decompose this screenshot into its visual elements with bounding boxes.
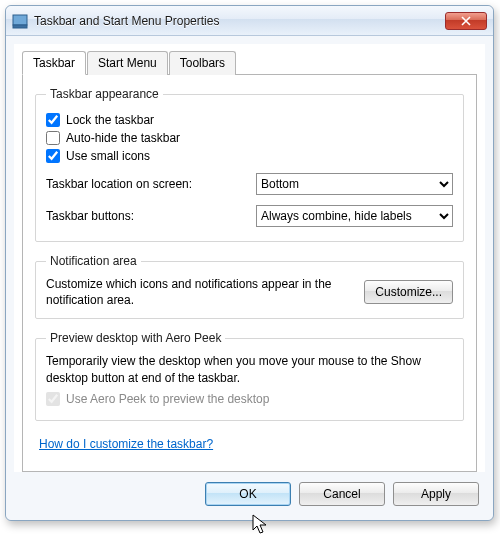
close-icon bbox=[461, 16, 471, 26]
row-taskbar-buttons: Taskbar buttons: Always combine, hide la… bbox=[46, 205, 453, 227]
legend-appearance: Taskbar appearance bbox=[46, 87, 163, 101]
titlebar[interactable]: Taskbar and Start Menu Properties bbox=[6, 6, 493, 36]
legend-aero: Preview desktop with Aero Peek bbox=[46, 331, 225, 345]
tab-toolbars[interactable]: Toolbars bbox=[169, 51, 236, 75]
row-lock-taskbar[interactable]: Lock the taskbar bbox=[46, 113, 453, 127]
label-lock-taskbar: Lock the taskbar bbox=[66, 113, 154, 127]
label-autohide-taskbar: Auto-hide the taskbar bbox=[66, 131, 180, 145]
select-taskbar-buttons[interactable]: Always combine, hide labels bbox=[256, 205, 453, 227]
dialog-window: Taskbar and Start Menu Properties Taskba… bbox=[5, 5, 494, 521]
checkbox-lock-taskbar[interactable] bbox=[46, 113, 60, 127]
tab-strip: Taskbar Start Menu Toolbars bbox=[22, 50, 477, 75]
ok-button[interactable]: OK bbox=[205, 482, 291, 506]
row-small-icons[interactable]: Use small icons bbox=[46, 149, 453, 163]
row-taskbar-location: Taskbar location on screen: Bottom bbox=[46, 173, 453, 195]
select-taskbar-location[interactable]: Bottom bbox=[256, 173, 453, 195]
taskbar-app-icon bbox=[12, 13, 28, 29]
checkbox-autohide-taskbar[interactable] bbox=[46, 131, 60, 145]
content-area: Taskbar Start Menu Toolbars Taskbar appe… bbox=[14, 44, 485, 472]
cancel-button[interactable]: Cancel bbox=[299, 482, 385, 506]
svg-rect-1 bbox=[13, 25, 27, 28]
text-notification-desc: Customize which icons and notifications … bbox=[46, 276, 356, 308]
row-aero-peek: Use Aero Peek to preview the desktop bbox=[46, 392, 453, 406]
text-aero-desc: Temporarily view the desktop when you mo… bbox=[46, 353, 453, 385]
label-small-icons: Use small icons bbox=[66, 149, 150, 163]
row-notification: Customize which icons and notifications … bbox=[46, 276, 453, 308]
label-taskbar-location: Taskbar location on screen: bbox=[46, 177, 256, 191]
help-link-customize-taskbar[interactable]: How do I customize the taskbar? bbox=[39, 437, 213, 451]
label-aero-peek: Use Aero Peek to preview the desktop bbox=[66, 392, 269, 406]
checkbox-aero-peek bbox=[46, 392, 60, 406]
svg-rect-0 bbox=[13, 15, 27, 25]
group-taskbar-appearance: Taskbar appearance Lock the taskbar Auto… bbox=[35, 87, 464, 242]
apply-button[interactable]: Apply bbox=[393, 482, 479, 506]
label-taskbar-buttons: Taskbar buttons: bbox=[46, 209, 256, 223]
close-button[interactable] bbox=[445, 12, 487, 30]
checkbox-small-icons[interactable] bbox=[46, 149, 60, 163]
group-aero-peek: Preview desktop with Aero Peek Temporari… bbox=[35, 331, 464, 420]
row-autohide-taskbar[interactable]: Auto-hide the taskbar bbox=[46, 131, 453, 145]
tab-taskbar[interactable]: Taskbar bbox=[22, 51, 86, 75]
customize-button[interactable]: Customize... bbox=[364, 280, 453, 304]
legend-notification: Notification area bbox=[46, 254, 141, 268]
tab-start-menu[interactable]: Start Menu bbox=[87, 51, 168, 75]
window-title: Taskbar and Start Menu Properties bbox=[34, 14, 445, 28]
group-notification-area: Notification area Customize which icons … bbox=[35, 254, 464, 319]
tab-panel-taskbar: Taskbar appearance Lock the taskbar Auto… bbox=[22, 75, 477, 472]
dialog-button-bar: OK Cancel Apply bbox=[6, 472, 493, 520]
